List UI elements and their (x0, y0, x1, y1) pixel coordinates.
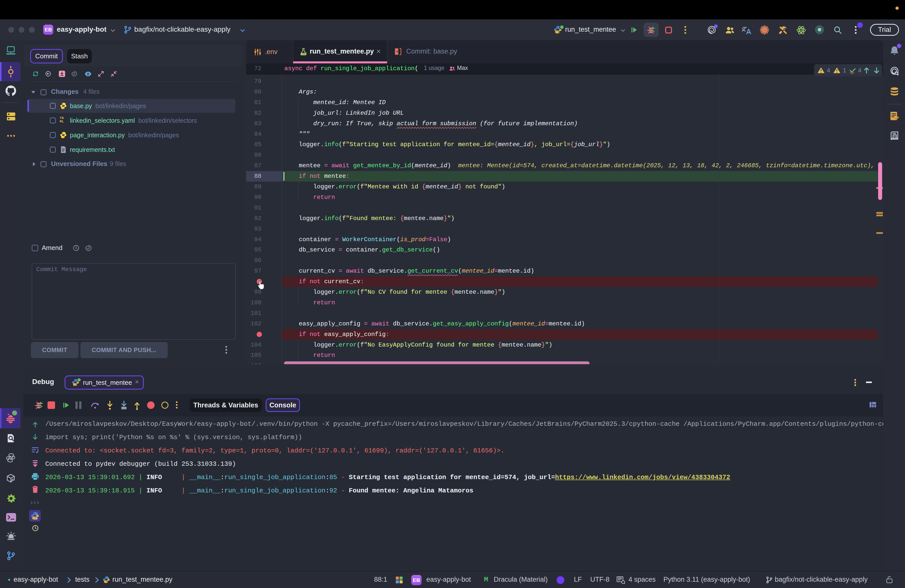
svg-text:A: A (894, 135, 896, 138)
